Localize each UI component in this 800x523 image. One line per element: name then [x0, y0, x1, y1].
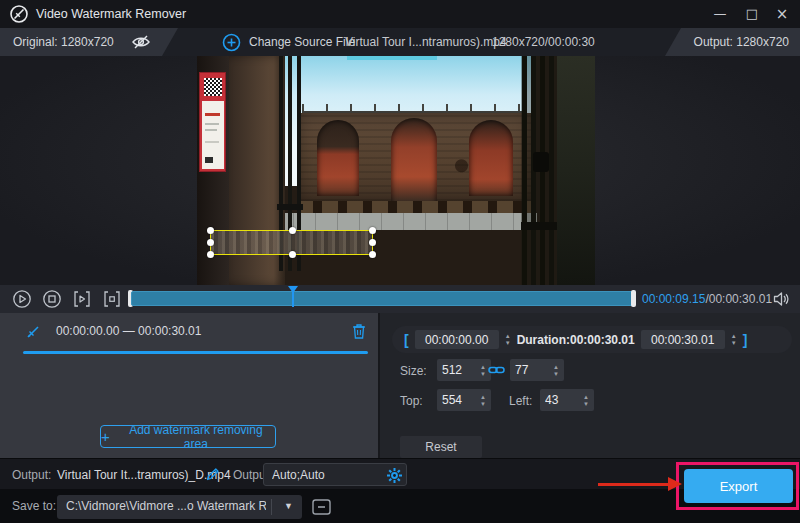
start-time-input[interactable]: [415, 330, 499, 349]
railing: [302, 104, 527, 113]
selection-handle-bottom-center[interactable]: [289, 251, 296, 258]
caret-down-icon[interactable]: ▼: [284, 501, 293, 511]
transport-bar: 00:00:09.15/00:00:30.01: [0, 285, 800, 313]
elapsed-time: 00:00:09.15: [642, 292, 705, 306]
top-label: Top:: [400, 394, 423, 408]
top-input[interactable]: [442, 393, 476, 407]
selection-handle-bottom-left[interactable]: [207, 251, 214, 258]
poster-body: [202, 101, 224, 169]
preview-stage: [0, 56, 800, 285]
spin-down-icon[interactable]: ▼: [505, 340, 511, 346]
pencil-icon[interactable]: [204, 465, 222, 483]
source-resolution-duration: 1280x720/00:00:30: [492, 35, 595, 49]
bracket-close-button[interactable]: ]: [743, 332, 748, 348]
left-label: Left:: [509, 394, 532, 408]
size-label: Size:: [400, 364, 427, 378]
output-filename-label: Output:: [12, 468, 51, 482]
arch-window-left: [317, 120, 359, 196]
add-watermark-area-button[interactable]: + Add watermark removing area: [100, 425, 276, 448]
spin-up-icon[interactable]: ▲: [731, 333, 737, 339]
left-field: ▲▼: [540, 389, 594, 411]
gate-right-bars: [521, 56, 559, 285]
poster-qr-code: [204, 78, 222, 96]
folder-icon[interactable]: [310, 496, 333, 518]
source-filename: Virtual Tour I...ntramuros).mp4: [345, 35, 507, 49]
size-width-input[interactable]: [442, 363, 476, 377]
size-width-field: ▲▼: [437, 359, 491, 381]
plus-icon: +: [101, 429, 110, 444]
export-button[interactable]: Export: [684, 469, 793, 503]
save-path-dropdown[interactable]: ▼: [57, 495, 302, 519]
spin-up-icon[interactable]: ▲: [553, 364, 559, 370]
title-bar: Video Watermark Remover — □ ×: [0, 0, 800, 28]
selection-handle-bottom-right[interactable]: [369, 251, 376, 258]
gear-icon[interactable]: [386, 467, 403, 484]
left-spinner[interactable]: ▲▼: [583, 394, 589, 407]
selection-handle-mid-right[interactable]: [369, 239, 376, 246]
output-format-input[interactable]: [272, 466, 377, 483]
spin-down-icon[interactable]: ▼: [553, 371, 559, 377]
output-resolution-label: Output: 1280x720: [694, 35, 789, 49]
spin-up-icon[interactable]: ▲: [505, 333, 511, 339]
left-input[interactable]: [545, 393, 579, 407]
original-resolution-label: Original: 1280x720: [13, 35, 114, 49]
end-time-spinner[interactable]: ▲▼: [731, 333, 737, 346]
change-source-file-button[interactable]: Change Source File: [222, 31, 355, 53]
start-time-spinner[interactable]: ▲▼: [505, 333, 511, 346]
time-range-controls: [ ▲▼ Duration:00:00:30.01 ▲▼ ]: [392, 326, 792, 353]
size-height-input[interactable]: [515, 363, 549, 377]
eye-off-icon[interactable]: [130, 33, 152, 51]
app-window: Video Watermark Remover — □ × Original: …: [0, 0, 800, 523]
gate-lock: [533, 152, 549, 172]
minimize-button[interactable]: —: [704, 0, 736, 28]
end-time-input[interactable]: [641, 330, 725, 349]
brush-icon: [24, 323, 42, 341]
duration-label: Duration:00:00:30.01: [517, 333, 635, 347]
arch-window-right: [469, 120, 513, 196]
selection-handle-top-left[interactable]: [207, 227, 214, 234]
frame-stop-button[interactable]: [102, 289, 124, 309]
selection-handle-top-right[interactable]: [369, 227, 376, 234]
play-button[interactable]: [12, 289, 34, 309]
link-aspect-icon[interactable]: [488, 363, 505, 377]
size-height-spinner[interactable]: ▲▼: [553, 364, 559, 377]
trash-icon[interactable]: [350, 321, 368, 341]
size-width-spinner[interactable]: ▲▼: [480, 364, 486, 377]
maximize-button[interactable]: □: [736, 0, 768, 28]
add-watermark-area-label: Add watermark removing area: [117, 423, 275, 451]
spin-down-icon[interactable]: ▼: [480, 401, 486, 407]
spin-up-icon[interactable]: ▲: [480, 364, 486, 370]
save-to-row: Save to: ▼: [0, 489, 800, 523]
output-settings-row: Output: Virtual Tour It...tramuros)_D.mp…: [0, 458, 800, 489]
watermark-list-item[interactable]: 00:00:00.00 — 00:00:30.01: [0, 313, 378, 353]
spin-up-icon[interactable]: ▲: [583, 394, 589, 400]
trim-handle-end[interactable]: [631, 290, 636, 307]
selection-handle-top-center[interactable]: [289, 227, 296, 234]
close-button[interactable]: ×: [766, 0, 798, 28]
spin-down-icon[interactable]: ▼: [480, 371, 486, 377]
change-source-file-label: Change Source File: [249, 35, 355, 49]
tunnel-wall-right: [557, 56, 595, 285]
dropdown-divider: [271, 499, 272, 515]
selection-handle-mid-left[interactable]: [207, 239, 214, 246]
original-resolution-tab: Original: 1280x720: [0, 28, 200, 56]
toolbar: Original: 1280x720 Change Source File Vi…: [0, 28, 800, 56]
watermark-duration-bar[interactable]: [23, 351, 368, 354]
video-frame: [197, 56, 595, 285]
top-spinner[interactable]: ▲▼: [480, 394, 486, 407]
spin-up-icon[interactable]: ▲: [480, 394, 486, 400]
volume-icon[interactable]: [772, 290, 790, 308]
watermark-selection-box[interactable]: [210, 230, 373, 255]
bracket-open-button[interactable]: [: [404, 332, 409, 348]
timeline-track[interactable]: [131, 291, 633, 306]
reset-button[interactable]: Reset: [400, 436, 482, 458]
stop-button[interactable]: [42, 289, 64, 309]
spin-down-icon[interactable]: ▼: [583, 401, 589, 407]
save-path-input[interactable]: [66, 499, 266, 513]
total-time: /00:00:30.01: [705, 292, 772, 306]
spin-down-icon[interactable]: ▼: [731, 340, 737, 346]
save-to-label: Save to:: [12, 499, 56, 513]
frame-play-button[interactable]: [72, 289, 94, 309]
top-field: ▲▼: [437, 389, 491, 411]
plus-circle-icon: [222, 33, 241, 52]
